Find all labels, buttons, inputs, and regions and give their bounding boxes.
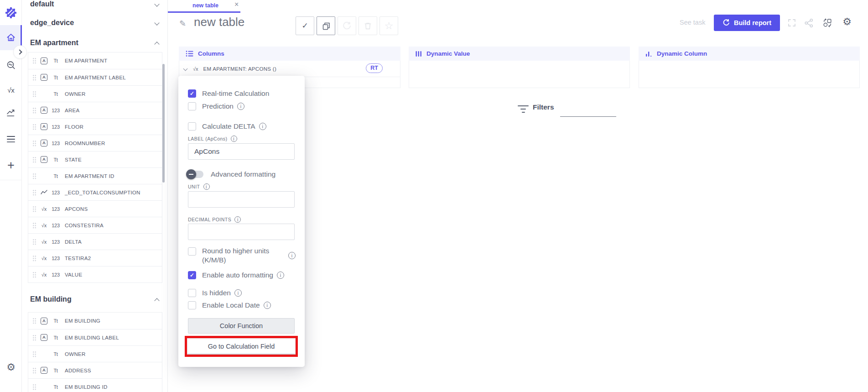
duplicate-button[interactable]	[317, 16, 335, 35]
section-header-default[interactable]: default	[30, 0, 54, 8]
chevron-down-icon[interactable]	[183, 67, 188, 71]
field-row[interactable]: A 123 AREA	[28, 102, 162, 118]
close-icon[interactable]: ×	[234, 0, 239, 9]
dynamic-value-body[interactable]	[409, 61, 630, 88]
field-row[interactable]: A Tt ADDRESS	[28, 362, 162, 378]
drag-handle-icon[interactable]	[32, 222, 36, 229]
drag-handle-icon[interactable]	[32, 351, 36, 357]
drag-handle-icon[interactable]	[32, 255, 36, 261]
field-row[interactable]: 123 _ECD_TOTALCONSUMPTION	[28, 184, 162, 200]
decimal-points-input[interactable]	[188, 224, 295, 240]
chevron-up-icon[interactable]	[154, 298, 159, 303]
formula-nav-icon[interactable]: √x	[0, 85, 22, 95]
info-icon[interactable]	[288, 252, 296, 259]
sidebar-scrollbar[interactable]	[162, 64, 165, 183]
field-row[interactable]: A Tt STATE	[28, 151, 162, 167]
drag-handle-icon[interactable]	[32, 384, 36, 390]
field-row[interactable]: √x 123 TESTIRA2	[28, 250, 162, 266]
share-icon[interactable]	[804, 18, 814, 28]
app-logo-icon[interactable]	[0, 7, 22, 19]
drag-handle-icon[interactable]	[32, 367, 36, 374]
drag-handle-icon[interactable]	[32, 335, 36, 341]
checkbox-icon[interactable]	[188, 289, 196, 297]
field-row[interactable]: √x 123 APCONS	[28, 200, 162, 217]
drag-handle-icon[interactable]	[32, 272, 36, 278]
apply-button[interactable]: ✓	[296, 16, 314, 35]
toggle-knob[interactable]	[186, 169, 196, 179]
unit-input[interactable]	[188, 191, 295, 208]
add-nav-icon[interactable]: +	[0, 159, 22, 172]
label-input[interactable]	[188, 143, 295, 160]
field-row[interactable]: √x 123 DELTA	[28, 233, 162, 250]
field-row[interactable]: √x 123 CONSTESTIRA	[28, 217, 162, 233]
info-icon[interactable]	[259, 123, 266, 130]
field-row[interactable]: Tt EM BUILDING ID	[28, 378, 162, 392]
section-header-em-apartment[interactable]: EM apartment	[30, 39, 78, 47]
list-nav-icon[interactable]	[0, 135, 22, 143]
field-row[interactable]: Tt OWNER	[28, 345, 162, 362]
prediction-checkbox-row[interactable]: Prediction	[188, 101, 244, 111]
home-nav-icon[interactable]	[0, 32, 22, 43]
checkbox-icon[interactable]	[188, 247, 196, 256]
edit-pencil-icon[interactable]: ✎	[179, 19, 186, 29]
is-hidden-checkbox-row[interactable]: Is hidden	[188, 288, 242, 298]
info-icon[interactable]	[264, 302, 271, 309]
checkbox-icon[interactable]	[188, 301, 196, 309]
field-row[interactable]: √x 123 VALUE	[28, 266, 162, 282]
chevron-down-icon[interactable]	[154, 1, 159, 6]
enable-auto-formatting-checkbox-row[interactable]: Enable auto formatting	[188, 270, 284, 280]
drag-handle-icon[interactable]	[32, 318, 36, 324]
info-icon[interactable]	[203, 183, 210, 190]
drag-handle-icon[interactable]	[32, 124, 36, 130]
advanced-formatting-toggle-row[interactable]: Advanced formatting	[188, 169, 275, 180]
checkbox-checked-icon[interactable]	[188, 89, 196, 98]
sidebar-collapse-button[interactable]	[13, 45, 27, 59]
info-icon[interactable]	[234, 289, 242, 297]
calculate-delta-checkbox-row[interactable]: Calculate DELTA	[188, 121, 266, 131]
field-row[interactable]: A Tt EM APARTMENT	[28, 52, 162, 69]
info-icon[interactable]	[231, 136, 237, 142]
drag-handle-icon[interactable]	[32, 140, 36, 146]
chevron-up-icon[interactable]	[154, 42, 159, 47]
checkbox-icon[interactable]	[188, 102, 196, 110]
checkbox-icon[interactable]	[188, 122, 196, 131]
round-higher-units-checkbox-row[interactable]: Round to higher units (K/M/B)	[188, 246, 296, 265]
field-row[interactable]: A 123 FLOOR	[28, 118, 162, 135]
column-row-apcons[interactable]: √x EM APARTMENT: APCONS () RT	[179, 61, 400, 77]
chevron-down-icon[interactable]	[154, 20, 159, 25]
checkbox-checked-icon[interactable]	[188, 271, 196, 279]
filters-input-line[interactable]	[560, 116, 616, 117]
realtime-calculation-checkbox-row[interactable]: Real-time Calculation	[188, 89, 269, 99]
drag-handle-icon[interactable]	[32, 74, 36, 81]
settings-gear-icon[interactable]: ⚙	[842, 17, 852, 27]
section-header-em-building[interactable]: EM building	[30, 295, 72, 303]
settings-gear-icon[interactable]: ⚙	[0, 362, 22, 373]
drag-handle-icon[interactable]	[32, 107, 36, 114]
info-icon[interactable]	[234, 216, 241, 223]
drag-handle-icon[interactable]	[32, 206, 36, 212]
field-row[interactable]: Tt EM APARTMENT ID	[28, 167, 162, 184]
field-row[interactable]: A Tt EM APARTMENT LABEL	[28, 69, 162, 85]
drag-handle-icon[interactable]	[32, 157, 36, 163]
drag-handle-icon[interactable]	[32, 173, 36, 179]
dynamic-column-body[interactable]	[639, 61, 860, 88]
info-icon[interactable]	[277, 272, 284, 279]
drag-handle-icon[interactable]	[32, 239, 36, 245]
info-icon[interactable]	[237, 103, 244, 110]
workflow-icon[interactable]	[822, 18, 832, 28]
enable-local-date-checkbox-row[interactable]: Enable Local Date	[188, 300, 271, 310]
explore-search-icon[interactable]	[0, 60, 22, 71]
drag-handle-icon[interactable]	[32, 189, 36, 196]
section-header-edge-device[interactable]: edge_device	[30, 19, 74, 27]
field-row[interactable]: A Tt EM BUILDING LABEL	[28, 329, 162, 345]
tab-new-table[interactable]: new table	[192, 2, 218, 9]
drag-handle-icon[interactable]	[32, 91, 36, 97]
field-row[interactable]: A Tt EM BUILDING	[28, 313, 162, 329]
build-report-button[interactable]: Build report	[714, 15, 780, 31]
toggle-off-icon[interactable]	[188, 171, 203, 178]
field-row[interactable]: A 123 ROOMNUMBER	[28, 135, 162, 151]
field-row[interactable]: Tt OWNER	[28, 85, 162, 102]
drag-handle-icon[interactable]	[32, 57, 36, 64]
trend-nav-icon[interactable]	[0, 108, 22, 117]
color-function-button[interactable]: Color Function	[188, 318, 295, 334]
